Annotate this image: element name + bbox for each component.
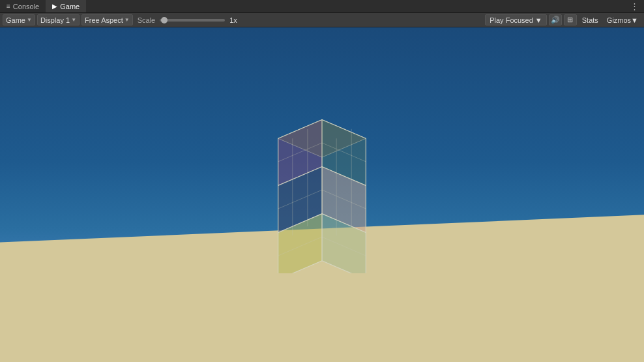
tab-console-label: Console (13, 3, 39, 10)
cube-container (241, 110, 403, 273)
maximize-icon: ⊞ (567, 16, 573, 24)
toolbar: Game ▼ Display 1 ▼ Free Aspect ▼ Scale 1… (0, 13, 644, 27)
more-options-button[interactable]: ⋮ (625, 1, 644, 11)
mute-icon: 🔊 (551, 16, 560, 24)
cube-svg (241, 110, 403, 273)
tab-bar: ≡ Console ▶ Game ⋮ (0, 0, 644, 13)
aspect-dropdown-arrow: ▼ (124, 17, 130, 23)
display-dropdown-label: Display 1 (40, 16, 70, 24)
tab-console[interactable]: ≡ Console (0, 0, 46, 12)
game-icon: ▶ (52, 3, 57, 10)
gizmos-label: Gizmos (607, 16, 631, 24)
game-dropdown-arrow: ▼ (27, 17, 32, 23)
mute-button[interactable]: 🔊 (549, 14, 562, 25)
console-icon: ≡ (7, 3, 10, 10)
aspect-dropdown[interactable]: Free Aspect ▼ (81, 14, 133, 25)
display-dropdown[interactable]: Display 1 ▼ (37, 14, 80, 25)
tab-game-label: Game (60, 3, 80, 10)
maximize-button[interactable]: ⊞ (564, 14, 577, 25)
game-viewport (0, 27, 644, 362)
scale-label: Scale (138, 16, 156, 24)
game-dropdown-label: Game (6, 16, 25, 24)
stats-label: Stats (582, 16, 598, 24)
display-dropdown-arrow: ▼ (71, 17, 76, 23)
aspect-dropdown-label: Free Aspect (85, 16, 123, 24)
gizmos-button[interactable]: Gizmos ▼ (604, 14, 641, 25)
play-focused-arrow: ▼ (535, 16, 542, 24)
stats-button[interactable]: Stats (579, 14, 602, 25)
play-focused-label: Play Focused (490, 16, 533, 24)
scale-slider[interactable] (160, 19, 225, 22)
scale-value: 1x (229, 16, 237, 24)
scale-slider-thumb (161, 17, 168, 23)
gizmos-arrow: ▼ (631, 16, 638, 24)
play-focused-button[interactable]: Play Focused ▼ (485, 14, 547, 25)
tab-game[interactable]: ▶ Game (46, 0, 86, 12)
game-dropdown[interactable]: Game ▼ (3, 14, 35, 25)
